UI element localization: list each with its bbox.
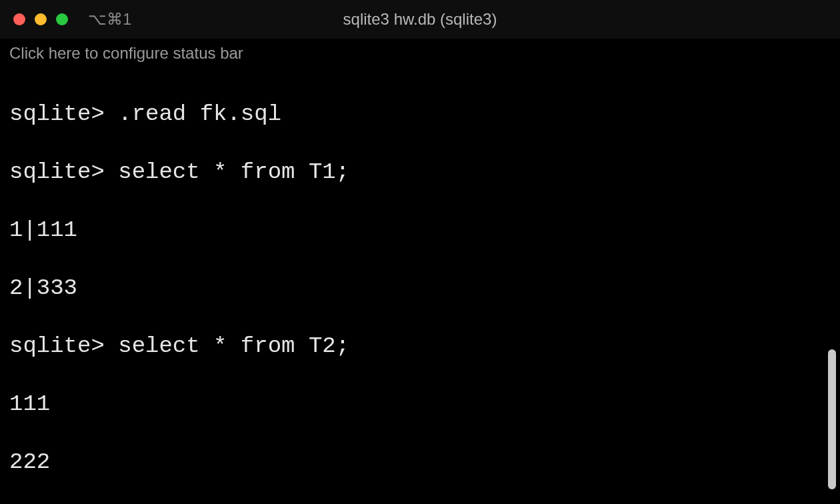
terminal-line: sqlite> .read fk.sql bbox=[9, 100, 831, 129]
command-text: .read fk.sql bbox=[118, 101, 281, 127]
terminal-line: sqlite> select * from T1; bbox=[9, 158, 831, 187]
output-line: 1|111 bbox=[9, 216, 831, 245]
terminal-line: sqlite> select * from T2; bbox=[9, 332, 831, 361]
close-icon[interactable] bbox=[13, 13, 25, 25]
output-line: 222 bbox=[9, 448, 831, 477]
window-controls bbox=[13, 13, 68, 25]
prompt: sqlite> bbox=[9, 159, 118, 185]
prompt: sqlite> bbox=[9, 101, 118, 127]
zoom-icon[interactable] bbox=[56, 13, 68, 25]
command-text: select * from T2; bbox=[118, 333, 349, 359]
scrollbar[interactable] bbox=[828, 67, 836, 497]
minimize-icon[interactable] bbox=[35, 13, 47, 25]
terminal-output[interactable]: sqlite> .read fk.sql sqlite> select * fr… bbox=[0, 71, 840, 504]
scrollbar-thumb[interactable] bbox=[828, 349, 836, 489]
tab-label[interactable]: ⌥⌘1 bbox=[88, 10, 131, 29]
titlebar: ⌥⌘1 sqlite3 hw.db (sqlite3) bbox=[0, 0, 840, 39]
terminal-window: ⌥⌘1 sqlite3 hw.db (sqlite3) Click here t… bbox=[0, 0, 840, 504]
output-line: 111 bbox=[9, 390, 831, 419]
command-text: select * from T1; bbox=[118, 159, 349, 185]
prompt: sqlite> bbox=[9, 333, 118, 359]
status-bar-hint[interactable]: Click here to configure status bar bbox=[0, 39, 840, 71]
output-line: 2|333 bbox=[9, 274, 831, 303]
